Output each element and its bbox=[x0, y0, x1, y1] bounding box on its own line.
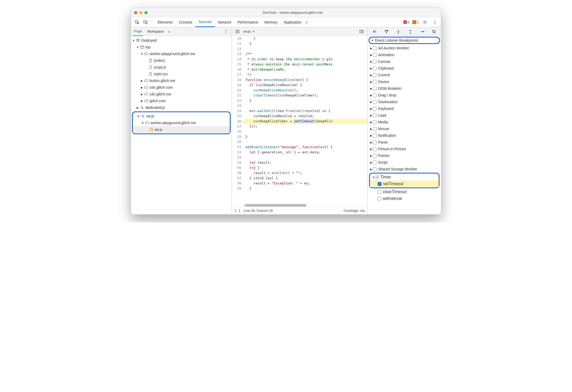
gear-icon[interactable] bbox=[421, 19, 429, 26]
code-line[interactable]: 28 bbox=[232, 129, 367, 134]
tab-performance[interactable]: Performance bbox=[234, 17, 261, 27]
code-line[interactable]: 14 * In order to keep the ServiceWorker'… bbox=[232, 57, 367, 62]
tab-console[interactable]: Console bbox=[176, 17, 195, 27]
tab-memory[interactable]: Memory bbox=[261, 17, 281, 27]
bp-category[interactable]: Canvas bbox=[368, 58, 441, 65]
tree-sw-file[interactable]: sw.js bbox=[133, 126, 230, 133]
kebab-icon[interactable] bbox=[431, 19, 438, 26]
code-line[interactable]: 26 curKeepAliveTimer = setTimeout(keepAl… bbox=[232, 119, 367, 124]
resume-icon[interactable] bbox=[371, 28, 378, 35]
code-line[interactable]: 30 bbox=[232, 139, 367, 145]
tab-elements[interactable]: Elements bbox=[155, 17, 176, 27]
toggle-debugger-icon[interactable] bbox=[358, 28, 365, 35]
code-line[interactable]: 16 * extraKeepAliveMs. bbox=[232, 67, 367, 72]
bp-category-timer[interactable]: Timer bbox=[370, 174, 439, 180]
code-line[interactable]: 20 curKeepAliveResolve(); bbox=[232, 88, 367, 93]
bp-category[interactable]: Drag / drop bbox=[368, 92, 441, 99]
tab-page[interactable]: Page bbox=[133, 27, 143, 36]
deactivate-breakpoints-icon[interactable] bbox=[431, 28, 437, 35]
tab-application[interactable]: Application bbox=[281, 17, 305, 27]
code-line[interactable]: 35 try { bbox=[232, 165, 367, 170]
tree-sw-worker[interactable]: sw.js bbox=[133, 113, 230, 119]
bp-category[interactable]: Control bbox=[368, 72, 441, 78]
tree-cdn1-origin[interactable]: cdn.glitch.com bbox=[131, 84, 232, 91]
checkbox-unchecked[interactable] bbox=[373, 140, 377, 144]
checkbox-unchecked[interactable] bbox=[373, 127, 377, 131]
code-line[interactable]: 18function ensureKeepAlive(evt) { bbox=[232, 77, 367, 82]
step-out-icon[interactable] bbox=[407, 28, 414, 35]
code-line[interactable]: 39 } bbox=[232, 186, 367, 191]
checkbox-unchecked[interactable] bbox=[377, 197, 381, 201]
bp-category[interactable]: DOM Mutation bbox=[368, 85, 441, 92]
bp-category[interactable]: Ad Auction Worklet bbox=[368, 45, 441, 51]
code-line[interactable]: 32 let { generation, str } = evt.data; bbox=[232, 150, 367, 155]
bp-category[interactable]: Picture-in-Picture bbox=[368, 146, 441, 152]
code-line[interactable]: 10 } bbox=[232, 36, 367, 41]
bp-category[interactable]: Load bbox=[368, 112, 441, 119]
checkbox-unchecked[interactable] bbox=[373, 100, 377, 104]
tab-network[interactable]: Network bbox=[215, 17, 234, 27]
code-line[interactable]: 29} bbox=[232, 134, 367, 139]
tab-workspace[interactable]: Workspace bbox=[146, 27, 165, 36]
pretty-print-icon[interactable]: { } bbox=[234, 209, 240, 213]
code-line[interactable]: 15 * always maintain the most-recent pos… bbox=[232, 62, 367, 67]
inspect-icon[interactable] bbox=[134, 19, 141, 26]
navigator-kebab-icon[interactable] bbox=[222, 28, 230, 35]
code-line[interactable]: 34 let result; bbox=[232, 160, 367, 165]
bp-category[interactable]: Notification bbox=[368, 132, 441, 139]
code-line[interactable]: 27 })); bbox=[232, 124, 367, 129]
checkbox-unchecked[interactable] bbox=[373, 60, 377, 64]
bp-category[interactable]: Pointer bbox=[368, 152, 441, 159]
checkbox-unchecked[interactable] bbox=[373, 154, 377, 158]
bp-category[interactable]: Device bbox=[368, 78, 441, 85]
checkbox-unchecked[interactable] bbox=[373, 114, 377, 117]
navigator-more-chevron[interactable]: » bbox=[168, 29, 170, 34]
file-tab-sw[interactable]: sw.js ✕ bbox=[243, 29, 255, 33]
checkbox-unchecked[interactable] bbox=[373, 73, 377, 77]
code-line[interactable]: 21 clearTimeout(curKeepAliveTimer); bbox=[232, 93, 367, 98]
tree-top[interactable]: top bbox=[131, 44, 232, 50]
device-toolbar-icon[interactable] bbox=[142, 19, 149, 26]
step-into-icon[interactable] bbox=[395, 28, 402, 35]
checkbox-unchecked[interactable] bbox=[373, 93, 377, 97]
tree-script-js[interactable]: script.js bbox=[131, 64, 232, 71]
more-tabs-chevron[interactable]: » bbox=[306, 20, 308, 24]
code-line[interactable]: 12 bbox=[232, 46, 367, 51]
horizontal-scrollbar[interactable] bbox=[244, 204, 306, 207]
bp-category[interactable]: Clipboard bbox=[368, 65, 441, 72]
tree-style-css[interactable]: style.css bbox=[131, 71, 232, 77]
code-line[interactable]: 25 curKeepAliveResolve = resolve; bbox=[232, 114, 367, 119]
bp-item-cleartimeout[interactable]: clearTimeout bbox=[368, 189, 441, 195]
bp-category[interactable]: Keyboard bbox=[368, 105, 441, 112]
code-line[interactable]: 13/** bbox=[232, 51, 367, 57]
tree-cdn2-origin[interactable]: cdn.glitch.me bbox=[131, 91, 232, 97]
minimize-window-button[interactable] bbox=[139, 11, 142, 14]
tree-wp-origin[interactable]: worker-playground.glitch.me bbox=[131, 50, 232, 57]
toggle-navigator-icon[interactable] bbox=[234, 28, 241, 35]
bp-category[interactable]: Script bbox=[368, 159, 441, 166]
tree-sw-origin[interactable]: worker-playground.glitch.me bbox=[133, 119, 230, 126]
code-editor[interactable]: 10 }11 }12 13/**14 * In order to keep th… bbox=[232, 36, 367, 203]
bp-item-settimeout[interactable]: ✓ setTimeout bbox=[370, 180, 439, 187]
panel-header-event-listener-breakpoints[interactable]: Event Listener Breakpoints bbox=[369, 37, 440, 44]
checkbox-unchecked[interactable] bbox=[373, 161, 377, 164]
bp-category[interactable]: Parse bbox=[368, 139, 441, 146]
code-line[interactable]: 11 } bbox=[232, 41, 367, 46]
code-line[interactable]: 23 bbox=[232, 103, 367, 108]
tree-glitch-origin[interactable]: glitch.com bbox=[131, 97, 232, 104]
error-count[interactable]: ✕1 bbox=[403, 20, 410, 24]
checkbox-unchecked[interactable] bbox=[373, 87, 377, 91]
bp-category[interactable]: Geolocation bbox=[368, 99, 441, 105]
zoom-window-button[interactable] bbox=[144, 11, 148, 14]
code-line[interactable]: 31addEventListener("message", function(e… bbox=[232, 145, 367, 150]
bp-category[interactable]: Animation bbox=[368, 51, 441, 58]
tree-button-origin[interactable]: button.glitch.me bbox=[131, 77, 232, 84]
step-icon[interactable] bbox=[419, 28, 426, 35]
checkbox-unchecked[interactable] bbox=[373, 46, 377, 50]
checkbox-unchecked[interactable] bbox=[373, 120, 377, 124]
code-line[interactable]: 36 result = eval(str) + ""; bbox=[232, 170, 367, 176]
bp-item-setinterval[interactable]: setInterval bbox=[368, 195, 441, 202]
bp-category[interactable]: Shared Storage Worklet bbox=[368, 166, 441, 172]
tree-index[interactable]: (index) bbox=[131, 57, 232, 64]
tree-dedicated[interactable]: dedicated.js bbox=[131, 104, 232, 111]
